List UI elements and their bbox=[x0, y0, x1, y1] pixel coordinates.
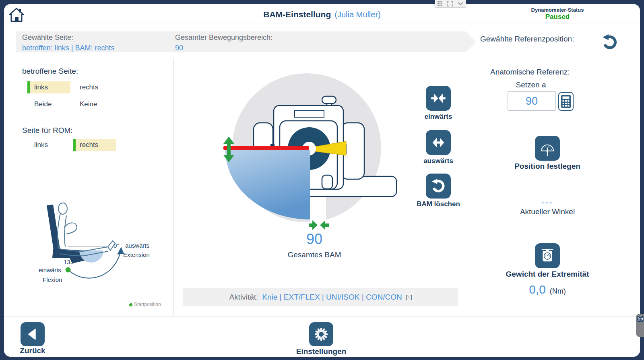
gear-icon bbox=[312, 325, 330, 343]
outward-limit-button[interactable] bbox=[426, 130, 451, 155]
option-affected-beide[interactable]: Beide bbox=[27, 98, 70, 110]
protractor-icon bbox=[537, 138, 557, 158]
calculator-icon bbox=[561, 95, 571, 108]
status-value: Paused bbox=[521, 13, 594, 21]
reset-icon bbox=[601, 33, 619, 51]
total-bam-value: 90 bbox=[173, 231, 455, 248]
outward-button-label: auswärts bbox=[414, 157, 462, 165]
current-angle-label: Aktueller Winkel bbox=[479, 207, 616, 216]
activity-label: Aktivität: bbox=[229, 293, 258, 302]
angle-zero-label: 0° bbox=[114, 242, 119, 249]
rom-label: Gesamter Bewegungsbereich: bbox=[175, 33, 272, 42]
selection-bar bbox=[27, 81, 30, 93]
expand-icon[interactable] bbox=[447, 1, 453, 6]
option-rom-links[interactable]: links bbox=[27, 139, 70, 151]
flexion-label: Flexion bbox=[43, 276, 62, 283]
title-user: (Julia Müller) bbox=[334, 10, 380, 19]
set-angle-input[interactable] bbox=[508, 91, 556, 111]
set-position-label: Position festlegen bbox=[479, 162, 616, 171]
clear-bam-button[interactable] bbox=[426, 174, 451, 199]
floating-window-toolbar bbox=[435, 0, 466, 7]
set-position-button[interactable] bbox=[535, 136, 560, 161]
back-button[interactable] bbox=[21, 322, 45, 346]
reset-reference-button[interactable] bbox=[601, 33, 619, 51]
affected-side-heading: betroffene Seite: bbox=[22, 67, 78, 76]
inward-button-label: einwärts bbox=[414, 113, 462, 121]
option-affected-keine[interactable]: Keine bbox=[73, 98, 116, 110]
dynamometer-illustration bbox=[173, 62, 467, 312]
outward-label: auswärts bbox=[125, 242, 149, 249]
header-bar: BAM-Einstellung (Julia Müller) Dynamomet… bbox=[4, 4, 640, 23]
bam-stage: 90 Gesamtes BAM Aktivität: Knie | EXT/FL… bbox=[173, 58, 467, 315]
limb-weight-label: Gewicht der Extremität bbox=[479, 270, 616, 279]
inward-limit-button[interactable] bbox=[426, 86, 451, 111]
startposition-legend: Startposition bbox=[134, 302, 161, 307]
back-button-label: Zurück bbox=[8, 346, 57, 355]
arrows-diverge-icon bbox=[430, 134, 447, 151]
remote-session-tab[interactable] bbox=[636, 314, 644, 337]
reference-position-label: Gewählte Referenzposition: bbox=[480, 35, 574, 43]
set-angle-label: Setzen a bbox=[508, 81, 554, 89]
option-affected-links[interactable]: links bbox=[27, 81, 70, 93]
status-label: Dynamometer-Status bbox=[521, 7, 594, 13]
app-page: BAM-Einstellung (Julia Müller) Dynamomet… bbox=[4, 4, 640, 357]
chevron-down-icon[interactable] bbox=[457, 1, 464, 6]
selection-bar bbox=[73, 139, 76, 151]
side-value: betroffen: links | BAM: rechts bbox=[22, 44, 114, 52]
settings-button[interactable] bbox=[309, 322, 333, 346]
angle-max-label: 135° bbox=[64, 259, 76, 265]
extension-label: Extension bbox=[123, 251, 150, 258]
current-angle-value: --- bbox=[479, 199, 616, 207]
reset-circle-icon bbox=[430, 178, 446, 194]
calculator-button[interactable] bbox=[558, 92, 574, 111]
clear-button-label: BAM löschen bbox=[410, 200, 466, 208]
total-bam-label: Gesamtes BAM bbox=[173, 250, 455, 259]
anatomic-reference-panel: Anatomische Referenz: Setzen a bbox=[467, 58, 640, 315]
option-affected-rechts[interactable]: rechts bbox=[73, 81, 116, 93]
limb-weight-button[interactable] bbox=[535, 243, 560, 268]
person-chair-illustration bbox=[28, 190, 173, 311]
activity-value[interactable]: Knie | EXT/FLEX | UNI/ISOK | CON/CON bbox=[262, 293, 402, 302]
ribbon-side-section: Gewählte Seite: betroffen: links | BAM: … bbox=[22, 33, 114, 52]
activity-bar: Aktivität: Knie | EXT/FLEX | UNI/ISOK | … bbox=[183, 288, 458, 306]
side-label: Gewählte Seite: bbox=[22, 33, 114, 42]
dynamometer-status: Dynamometer-Status Paused bbox=[521, 7, 594, 21]
limb-weight-value-row: 0,0 (Nm) bbox=[479, 283, 616, 296]
rom-value: 90 bbox=[175, 44, 272, 52]
rom-side-heading: Seite für ROM: bbox=[22, 126, 73, 135]
selection-ribbon: Gewählte Seite: betroffen: links | BAM: … bbox=[16, 31, 476, 52]
startposition-dot bbox=[129, 303, 132, 306]
limb-weight-value: 0,0 bbox=[529, 283, 546, 296]
limb-weight-unit: (Nm) bbox=[550, 287, 566, 296]
ribbon-rom-section: Gesamter Bewegungsbereich: 90 bbox=[175, 33, 272, 52]
anatomic-reference-heading: Anatomische Referenz: bbox=[490, 68, 570, 77]
grid-icon[interactable] bbox=[437, 1, 443, 6]
leg-position-diagram: 0° auswärts Extension 135° einwärts Flex… bbox=[28, 190, 173, 311]
footer-divider bbox=[4, 316, 640, 317]
inward-label: einwärts bbox=[39, 267, 61, 273]
settings-button-label: Einstellungen bbox=[281, 347, 361, 356]
scale-icon bbox=[537, 246, 557, 266]
window-frame: BAM-Einstellung (Julia Müller) Dynamomet… bbox=[0, 0, 644, 360]
back-arrow-icon bbox=[25, 326, 41, 342]
activity-expand[interactable]: [+] bbox=[406, 294, 412, 300]
remote-session-icon bbox=[637, 316, 644, 322]
title-text: BAM-Einstellung bbox=[263, 10, 331, 19]
arrows-converge-icon bbox=[430, 90, 447, 107]
option-rom-rechts[interactable]: rechts bbox=[73, 139, 116, 151]
